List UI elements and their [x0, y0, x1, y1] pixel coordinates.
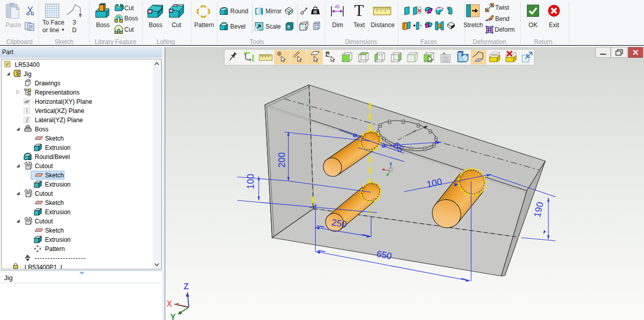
- svg-text:10: 10: [314, 10, 318, 14]
- svg-text:45: 45: [335, 4, 340, 9]
- svg-text:Z: Z: [184, 282, 189, 291]
- svg-text:Y: Y: [170, 313, 176, 320]
- svg-text:100: 100: [246, 174, 256, 189]
- svg-text:200: 200: [277, 152, 287, 168]
- svg-text:650: 650: [375, 248, 392, 261]
- svg-text:X: X: [167, 300, 172, 308]
- svg-text:190: 190: [532, 201, 545, 218]
